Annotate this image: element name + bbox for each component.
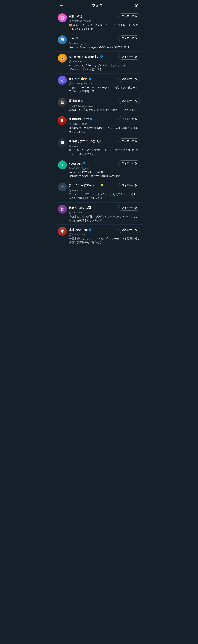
- user-bio: イラストレーター。ラストイデアメインビジュアル他ゲームラノベのお仕事等。湊…: [69, 86, 140, 94]
- user-handle: @hanamori_design: [69, 20, 140, 22]
- user-item: 川川原礫；デモクレ3巻11月…フォローする@kunori寝たり食ったり読んだり書…: [55, 136, 143, 158]
- avatar[interactable]: B: [58, 116, 67, 125]
- follow-button[interactable]: フォローする: [119, 138, 140, 144]
- follow-button[interactable]: フォローする: [119, 116, 140, 122]
- user-handle: @sao_anime: [69, 189, 140, 192]
- back-button[interactable]: [58, 2, 64, 9]
- verified-icon: [88, 77, 91, 80]
- avatar-initial: 臼: [61, 38, 64, 42]
- user-name-row: アニメ ソードアート・…フォローする: [69, 182, 140, 188]
- verified-icon: [75, 37, 78, 40]
- avatar[interactable]: 水: [58, 227, 67, 236]
- user-handle: @Un4v5s8bgsVk9Xp: [69, 104, 140, 107]
- user-name-group: 冨樫義博: [69, 99, 117, 103]
- user-name[interactable]: 川原礫；デモクレ3巻11月…: [69, 140, 104, 143]
- user-name-row: 水瀬いのりinfoフォローする: [69, 227, 140, 233]
- user-handle: @YOASOBI_staff: [69, 167, 140, 170]
- user-handle: @BUNBUN922: [69, 122, 140, 126]
- avatar-emoji: 😺: [60, 56, 65, 60]
- follow-button[interactable]: フォローする: [119, 54, 140, 60]
- follow-button[interactable]: フォローする: [119, 76, 140, 82]
- user-name-group: 花杜ゆのき: [69, 14, 117, 18]
- user-item: 冨冨樫義博フォローする@Un4v5s8bgsVk9Xp公式()です。主に原稿の …: [55, 96, 143, 114]
- user-info: 冨樫義博フォローする@Un4v5s8bgsVk9Xp公式()です。主に原稿の 進…: [69, 98, 140, 112]
- user-name[interactable]: rariemonn@Live2D本…: [69, 55, 100, 58]
- user-name-row: BUNBUN－SSSフォローする: [69, 116, 140, 122]
- avatar-initial: が: [61, 78, 64, 82]
- user-bio: 寝たり食ったり読んだり書いたり。お仕事関係のご連絡はストレートエッジさん…: [69, 148, 140, 156]
- user-bio: アニメ「ソードアート・オンライン」公式アカウントです。完全新作劇場版制作決定！推…: [69, 192, 140, 200]
- avatar[interactable]: ア: [58, 182, 67, 192]
- user-name-row: 臼水フォローする: [69, 36, 140, 41]
- user-name[interactable]: 佐倉としたい大西: [69, 206, 91, 210]
- user-name[interactable]: 花杜ゆのき: [69, 14, 83, 18]
- user-info: がおう⚓🌕🌤️フォローする@umaiyo_puyomanイラストレーター。ラスト…: [69, 76, 140, 94]
- user-info: rariemonn@Live2D本…フォローする@rariemonn765■フリ…: [69, 54, 140, 71]
- user-name-row: 川原礫；デモクレ3巻11月…フォローする: [69, 138, 140, 144]
- user-handle: @umaiyo_puyoman: [69, 82, 140, 85]
- user-item: 🌸花杜ゆのきフォローする@hanamori_design🍪 雑多 ｜ グラフィッ…: [55, 11, 143, 33]
- user-info: 川原礫；デモクレ3巻11月…フォローする@kunori寝たり食ったり読んだり書い…: [69, 138, 140, 156]
- user-bio: ■フリーランス/Live2Dデザイナー 【ホロライブ】【Varium】【ぶいすぽ…: [69, 64, 140, 71]
- add-user-button[interactable]: [134, 2, 140, 9]
- user-name[interactable]: 冨樫義博: [69, 99, 80, 103]
- avatar[interactable]: 冨: [58, 98, 67, 107]
- user-name-row: 佐倉としたい大西フォローする: [69, 205, 140, 210]
- verified-icon: [88, 228, 91, 232]
- user-name[interactable]: YOASOBI: [69, 162, 82, 165]
- user-handle: @kunori: [69, 144, 140, 148]
- avatar[interactable]: 臼: [58, 36, 67, 44]
- back-icon: [59, 4, 63, 7]
- avatar-emoji: 🌸: [60, 15, 65, 20]
- user-name[interactable]: がおう⚓🌕🌤️: [69, 77, 88, 80]
- user-name-group: アニメ ソードアート・…: [69, 184, 117, 187]
- user-name-group: rariemonn@Live2D本…: [69, 55, 117, 58]
- avatar-initial: B: [61, 119, 64, 123]
- avatar[interactable]: が: [58, 76, 67, 85]
- user-list: 🌸花杜ゆのきフォローする@hanamori_design🍪 雑多 ｜ グラフィッ…: [55, 11, 143, 247]
- verified-icon: [90, 118, 93, 121]
- user-info: 臼水フォローする@usumizu_QDirector / Movie Desig…: [69, 36, 140, 49]
- header: フォロー: [55, 0, 143, 11]
- user-name-row: rariemonn@Live2D本…フォローする: [69, 54, 140, 60]
- avatar[interactable]: 川: [58, 138, 67, 147]
- verified-icon: [82, 162, 85, 165]
- follow-button[interactable]: フォローする: [119, 13, 140, 19]
- avatar-initial: 川: [61, 140, 64, 145]
- follow-button[interactable]: フォローする: [119, 227, 140, 233]
- user-name[interactable]: BUNBUN－SSS: [69, 118, 89, 121]
- user-handle: @usumizu_Q: [69, 42, 140, 44]
- user-bio: 「佐倉としたい大西」の公式ツイッターです。パーソナリティは佐倉綾音さんと大西沙織…: [69, 214, 140, 222]
- user-handle: @rariemonn765: [69, 60, 140, 63]
- avatar-initial: 佐: [61, 207, 64, 211]
- follow-button[interactable]: フォローする: [119, 160, 140, 166]
- user-bio: Illustrator / Character designer ラノベ、SAO…: [69, 126, 140, 134]
- follow-button[interactable]: フォローする: [119, 36, 140, 41]
- follow-button[interactable]: フォローする: [119, 182, 140, 188]
- avatar[interactable]: 🌸: [58, 13, 67, 22]
- user-item: 佐佐倉としたい大西フォローする@s_toshitai_o「佐倉としたい大西」の公…: [55, 202, 143, 225]
- user-name-group: 水瀬いのりinfo: [69, 228, 117, 232]
- user-name-row: 花杜ゆのきフォローする: [69, 13, 140, 19]
- follow-button[interactable]: フォローする: [119, 205, 140, 210]
- avatar-initial: ア: [61, 185, 64, 189]
- user-info: YOASOBIフォローする@YOASOBI_staffWe are YOASOB…: [69, 160, 140, 178]
- user-name-group: YOASOBI: [69, 162, 117, 165]
- avatar[interactable]: 佐: [58, 205, 67, 214]
- user-name[interactable]: 水瀬いのりinfo: [69, 228, 88, 232]
- gold-badge-icon: [101, 184, 104, 187]
- avatar[interactable]: Y: [58, 160, 67, 169]
- user-bio: 声優水瀬いのりのオフィシャルinfo。アーティスト活動情報や各種出演情報等をお知…: [69, 237, 140, 244]
- user-bio: Director / Movie Designer ■MV/PV/LiveBG/…: [69, 45, 140, 49]
- user-info: アニメ ソードアート・…フォローする@sao_animeアニメ「ソードアート・オ…: [69, 182, 140, 200]
- user-info: BUNBUN－SSSフォローする@BUNBUN922Illustrator / …: [69, 116, 140, 134]
- user-item: 😺rariemonn@Live2D本…フォローする@rariemonn765■フ…: [55, 52, 143, 74]
- verified-icon: [100, 55, 103, 58]
- follow-button[interactable]: フォローする: [119, 98, 140, 104]
- user-name[interactable]: 臼水: [69, 37, 74, 40]
- user-name[interactable]: アニメ ソードアート・…: [69, 184, 100, 187]
- avatar[interactable]: 😺: [58, 54, 67, 62]
- avatar-initial: 冨: [61, 100, 64, 104]
- user-info: 花杜ゆのきフォローする@hanamori_design🍪 雑多 ｜ グラフィック…: [69, 13, 140, 31]
- user-item: 水水瀬いのりinfoフォローする@inoruminase声優水瀬いのりのオフィシ…: [55, 225, 143, 247]
